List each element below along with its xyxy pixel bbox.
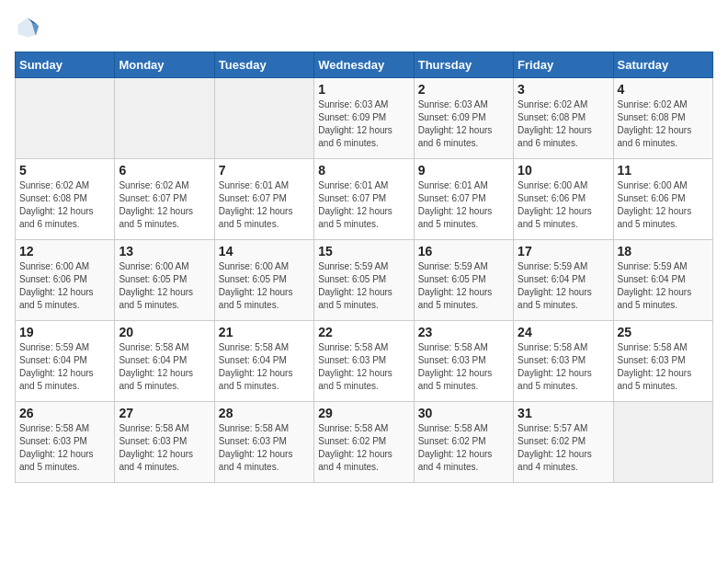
- day-number: 27: [119, 406, 210, 420]
- day-number: 6: [119, 163, 210, 178]
- day-info: Sunrise: 6:02 AM Sunset: 6:08 PM Dayligh…: [618, 98, 709, 150]
- calendar: SundayMondayTuesdayWednesdayThursdayFrid…: [15, 52, 713, 483]
- calendar-week-row: 5Sunrise: 6:02 AM Sunset: 6:08 PM Daylig…: [16, 159, 713, 240]
- day-of-week-header: Friday: [514, 52, 613, 78]
- day-number: 9: [418, 163, 509, 178]
- day-number: 15: [318, 244, 409, 259]
- day-of-week-header: Tuesday: [214, 52, 313, 78]
- page-header: [15, 15, 713, 40]
- day-info: Sunrise: 6:00 AM Sunset: 6:05 PM Dayligh…: [219, 260, 310, 312]
- day-info: Sunrise: 5:58 AM Sunset: 6:03 PM Dayligh…: [219, 422, 310, 474]
- day-info: Sunrise: 6:02 AM Sunset: 6:07 PM Dayligh…: [119, 179, 210, 231]
- calendar-cell: 11Sunrise: 6:00 AM Sunset: 6:06 PM Dayli…: [613, 159, 712, 240]
- day-number: 30: [418, 406, 509, 420]
- logo-icon: [15, 15, 40, 40]
- calendar-cell: 14Sunrise: 6:00 AM Sunset: 6:05 PM Dayli…: [214, 240, 313, 321]
- day-of-week-header: Thursday: [414, 52, 513, 78]
- day-number: 29: [318, 406, 409, 420]
- day-info: Sunrise: 6:03 AM Sunset: 6:09 PM Dayligh…: [418, 98, 509, 150]
- day-number: 2: [418, 82, 509, 97]
- day-info: Sunrise: 5:57 AM Sunset: 6:02 PM Dayligh…: [518, 422, 609, 474]
- day-info: Sunrise: 5:58 AM Sunset: 6:03 PM Dayligh…: [318, 341, 409, 393]
- day-number: 3: [518, 82, 609, 97]
- day-number: 8: [318, 163, 409, 178]
- calendar-cell: 3Sunrise: 6:02 AM Sunset: 6:08 PM Daylig…: [514, 78, 613, 159]
- calendar-cell: 21Sunrise: 5:58 AM Sunset: 6:04 PM Dayli…: [214, 321, 313, 402]
- day-number: 12: [19, 244, 110, 259]
- day-of-week-header: Sunday: [16, 52, 115, 78]
- calendar-cell: 15Sunrise: 5:59 AM Sunset: 6:05 PM Dayli…: [314, 240, 414, 321]
- calendar-cell: 12Sunrise: 6:00 AM Sunset: 6:06 PM Dayli…: [16, 240, 115, 321]
- day-number: 21: [219, 325, 310, 339]
- day-info: Sunrise: 5:59 AM Sunset: 6:05 PM Dayligh…: [318, 260, 409, 312]
- day-number: 25: [618, 325, 709, 339]
- calendar-cell: 31Sunrise: 5:57 AM Sunset: 6:02 PM Dayli…: [514, 402, 613, 483]
- day-number: 14: [219, 244, 310, 259]
- day-number: 23: [418, 325, 509, 339]
- day-of-week-header: Monday: [115, 52, 214, 78]
- day-info: Sunrise: 6:00 AM Sunset: 6:06 PM Dayligh…: [19, 260, 110, 312]
- calendar-cell: 19Sunrise: 5:59 AM Sunset: 6:04 PM Dayli…: [16, 321, 115, 402]
- day-number: 17: [518, 244, 609, 259]
- day-number: 13: [119, 244, 210, 259]
- day-number: 22: [318, 325, 409, 339]
- calendar-cell: 7Sunrise: 6:01 AM Sunset: 6:07 PM Daylig…: [214, 159, 313, 240]
- calendar-cell: 27Sunrise: 5:58 AM Sunset: 6:03 PM Dayli…: [115, 402, 214, 483]
- day-info: Sunrise: 5:58 AM Sunset: 6:03 PM Dayligh…: [618, 341, 709, 393]
- day-number: 16: [418, 244, 509, 259]
- day-info: Sunrise: 5:59 AM Sunset: 6:05 PM Dayligh…: [418, 260, 509, 312]
- day-info: Sunrise: 5:58 AM Sunset: 6:03 PM Dayligh…: [518, 341, 609, 393]
- day-info: Sunrise: 6:01 AM Sunset: 6:07 PM Dayligh…: [418, 179, 509, 231]
- day-info: Sunrise: 6:01 AM Sunset: 6:07 PM Dayligh…: [219, 179, 310, 231]
- day-info: Sunrise: 5:58 AM Sunset: 6:04 PM Dayligh…: [219, 341, 310, 393]
- calendar-cell: 9Sunrise: 6:01 AM Sunset: 6:07 PM Daylig…: [414, 159, 513, 240]
- day-info: Sunrise: 6:00 AM Sunset: 6:06 PM Dayligh…: [518, 179, 609, 231]
- day-info: Sunrise: 6:00 AM Sunset: 6:06 PM Dayligh…: [618, 179, 709, 231]
- day-number: 28: [219, 406, 310, 420]
- day-info: Sunrise: 5:59 AM Sunset: 6:04 PM Dayligh…: [618, 260, 709, 312]
- day-number: 18: [618, 244, 709, 259]
- calendar-cell: 22Sunrise: 5:58 AM Sunset: 6:03 PM Dayli…: [314, 321, 414, 402]
- day-number: 5: [19, 163, 110, 178]
- day-info: Sunrise: 5:58 AM Sunset: 6:03 PM Dayligh…: [119, 422, 210, 474]
- day-info: Sunrise: 5:59 AM Sunset: 6:04 PM Dayligh…: [518, 260, 609, 312]
- day-info: Sunrise: 6:00 AM Sunset: 6:05 PM Dayligh…: [119, 260, 210, 312]
- calendar-cell: 2Sunrise: 6:03 AM Sunset: 6:09 PM Daylig…: [414, 78, 513, 159]
- day-info: Sunrise: 5:58 AM Sunset: 6:02 PM Dayligh…: [318, 422, 409, 474]
- day-of-week-header: Saturday: [613, 52, 712, 78]
- calendar-cell: 28Sunrise: 5:58 AM Sunset: 6:03 PM Dayli…: [214, 402, 313, 483]
- calendar-cell: 13Sunrise: 6:00 AM Sunset: 6:05 PM Dayli…: [115, 240, 214, 321]
- day-info: Sunrise: 6:02 AM Sunset: 6:08 PM Dayligh…: [518, 98, 609, 150]
- day-number: 1: [318, 82, 409, 97]
- day-info: Sunrise: 6:02 AM Sunset: 6:08 PM Dayligh…: [19, 179, 110, 231]
- day-number: 26: [19, 406, 110, 420]
- calendar-cell: 6Sunrise: 6:02 AM Sunset: 6:07 PM Daylig…: [115, 159, 214, 240]
- calendar-cell: [214, 78, 313, 159]
- calendar-week-row: 19Sunrise: 5:59 AM Sunset: 6:04 PM Dayli…: [16, 321, 713, 402]
- calendar-cell: 8Sunrise: 6:01 AM Sunset: 6:07 PM Daylig…: [314, 159, 414, 240]
- calendar-cell: [16, 78, 115, 159]
- day-info: Sunrise: 5:58 AM Sunset: 6:02 PM Dayligh…: [418, 422, 509, 474]
- day-number: 4: [618, 82, 709, 97]
- day-number: 19: [19, 325, 110, 339]
- day-number: 11: [618, 163, 709, 178]
- calendar-cell: 30Sunrise: 5:58 AM Sunset: 6:02 PM Dayli…: [414, 402, 513, 483]
- day-number: 20: [119, 325, 210, 339]
- calendar-cell: 26Sunrise: 5:58 AM Sunset: 6:03 PM Dayli…: [16, 402, 115, 483]
- day-number: 10: [518, 163, 609, 178]
- day-info: Sunrise: 5:59 AM Sunset: 6:04 PM Dayligh…: [19, 341, 110, 393]
- day-number: 31: [518, 406, 609, 420]
- calendar-header-row: SundayMondayTuesdayWednesdayThursdayFrid…: [16, 52, 713, 78]
- calendar-cell: 5Sunrise: 6:02 AM Sunset: 6:08 PM Daylig…: [16, 159, 115, 240]
- day-info: Sunrise: 5:58 AM Sunset: 6:03 PM Dayligh…: [418, 341, 509, 393]
- calendar-week-row: 1Sunrise: 6:03 AM Sunset: 6:09 PM Daylig…: [16, 78, 713, 159]
- day-number: 7: [219, 163, 310, 178]
- calendar-week-row: 12Sunrise: 6:00 AM Sunset: 6:06 PM Dayli…: [16, 240, 713, 321]
- calendar-cell: 4Sunrise: 6:02 AM Sunset: 6:08 PM Daylig…: [613, 78, 712, 159]
- day-info: Sunrise: 5:58 AM Sunset: 6:03 PM Dayligh…: [19, 422, 110, 474]
- logo: [15, 15, 44, 40]
- calendar-cell: 1Sunrise: 6:03 AM Sunset: 6:09 PM Daylig…: [314, 78, 414, 159]
- calendar-cell: 20Sunrise: 5:58 AM Sunset: 6:04 PM Dayli…: [115, 321, 214, 402]
- calendar-cell: 17Sunrise: 5:59 AM Sunset: 6:04 PM Dayli…: [514, 240, 613, 321]
- calendar-cell: 10Sunrise: 6:00 AM Sunset: 6:06 PM Dayli…: [514, 159, 613, 240]
